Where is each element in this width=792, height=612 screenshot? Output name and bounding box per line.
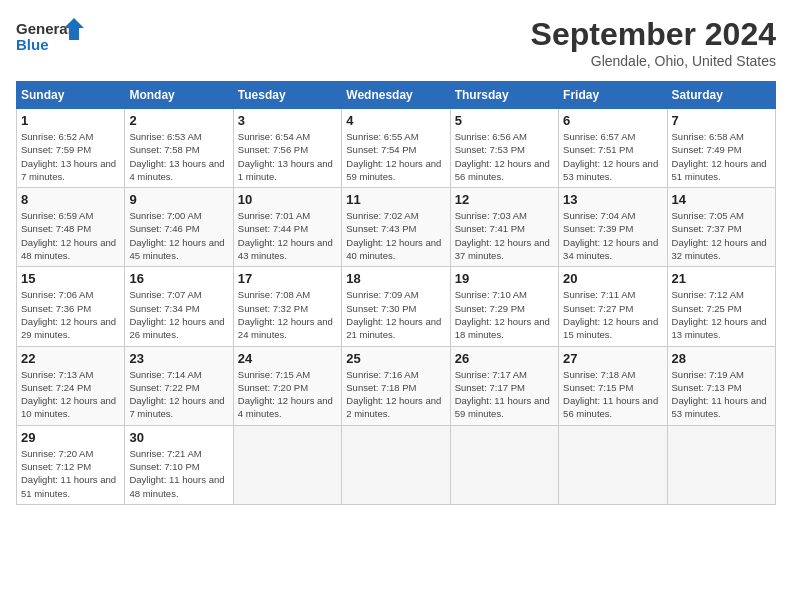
- day-content: Sunrise: 6:53 AM Sunset: 7:58 PM Dayligh…: [129, 130, 228, 183]
- week-row-2: 8Sunrise: 6:59 AM Sunset: 7:48 PM Daylig…: [17, 188, 776, 267]
- col-wednesday: Wednesday: [342, 82, 450, 109]
- col-monday: Monday: [125, 82, 233, 109]
- day-content: Sunrise: 7:19 AM Sunset: 7:13 PM Dayligh…: [672, 368, 771, 421]
- day-content: Sunrise: 7:17 AM Sunset: 7:17 PM Dayligh…: [455, 368, 554, 421]
- day-content: Sunrise: 7:18 AM Sunset: 7:15 PM Dayligh…: [563, 368, 662, 421]
- col-saturday: Saturday: [667, 82, 775, 109]
- day-content: Sunrise: 7:15 AM Sunset: 7:20 PM Dayligh…: [238, 368, 337, 421]
- table-cell: 24Sunrise: 7:15 AM Sunset: 7:20 PM Dayli…: [233, 346, 341, 425]
- table-cell: [667, 425, 775, 504]
- table-cell: 7Sunrise: 6:58 AM Sunset: 7:49 PM Daylig…: [667, 109, 775, 188]
- day-number: 14: [672, 192, 771, 207]
- table-cell: [233, 425, 341, 504]
- table-cell: 15Sunrise: 7:06 AM Sunset: 7:36 PM Dayli…: [17, 267, 125, 346]
- day-content: Sunrise: 7:14 AM Sunset: 7:22 PM Dayligh…: [129, 368, 228, 421]
- table-cell: 26Sunrise: 7:17 AM Sunset: 7:17 PM Dayli…: [450, 346, 558, 425]
- day-number: 1: [21, 113, 120, 128]
- svg-text:General: General: [16, 20, 72, 37]
- table-cell: 25Sunrise: 7:16 AM Sunset: 7:18 PM Dayli…: [342, 346, 450, 425]
- day-content: Sunrise: 7:16 AM Sunset: 7:18 PM Dayligh…: [346, 368, 445, 421]
- day-number: 28: [672, 351, 771, 366]
- table-cell: 16Sunrise: 7:07 AM Sunset: 7:34 PM Dayli…: [125, 267, 233, 346]
- table-cell: 6Sunrise: 6:57 AM Sunset: 7:51 PM Daylig…: [559, 109, 667, 188]
- day-number: 30: [129, 430, 228, 445]
- day-content: Sunrise: 7:01 AM Sunset: 7:44 PM Dayligh…: [238, 209, 337, 262]
- table-cell: 2Sunrise: 6:53 AM Sunset: 7:58 PM Daylig…: [125, 109, 233, 188]
- table-cell: 1Sunrise: 6:52 AM Sunset: 7:59 PM Daylig…: [17, 109, 125, 188]
- week-row-1: 1Sunrise: 6:52 AM Sunset: 7:59 PM Daylig…: [17, 109, 776, 188]
- table-cell: 20Sunrise: 7:11 AM Sunset: 7:27 PM Dayli…: [559, 267, 667, 346]
- day-content: Sunrise: 7:03 AM Sunset: 7:41 PM Dayligh…: [455, 209, 554, 262]
- table-cell: 18Sunrise: 7:09 AM Sunset: 7:30 PM Dayli…: [342, 267, 450, 346]
- table-cell: 19Sunrise: 7:10 AM Sunset: 7:29 PM Dayli…: [450, 267, 558, 346]
- table-cell: 3Sunrise: 6:54 AM Sunset: 7:56 PM Daylig…: [233, 109, 341, 188]
- svg-text:Blue: Blue: [16, 36, 49, 53]
- table-cell: 28Sunrise: 7:19 AM Sunset: 7:13 PM Dayli…: [667, 346, 775, 425]
- day-number: 23: [129, 351, 228, 366]
- table-cell: 11Sunrise: 7:02 AM Sunset: 7:43 PM Dayli…: [342, 188, 450, 267]
- day-number: 27: [563, 351, 662, 366]
- day-content: Sunrise: 6:55 AM Sunset: 7:54 PM Dayligh…: [346, 130, 445, 183]
- day-content: Sunrise: 7:10 AM Sunset: 7:29 PM Dayligh…: [455, 288, 554, 341]
- day-content: Sunrise: 7:08 AM Sunset: 7:32 PM Dayligh…: [238, 288, 337, 341]
- day-content: Sunrise: 7:02 AM Sunset: 7:43 PM Dayligh…: [346, 209, 445, 262]
- day-content: Sunrise: 7:11 AM Sunset: 7:27 PM Dayligh…: [563, 288, 662, 341]
- week-row-3: 15Sunrise: 7:06 AM Sunset: 7:36 PM Dayli…: [17, 267, 776, 346]
- table-cell: 5Sunrise: 6:56 AM Sunset: 7:53 PM Daylig…: [450, 109, 558, 188]
- day-content: Sunrise: 7:12 AM Sunset: 7:25 PM Dayligh…: [672, 288, 771, 341]
- day-content: Sunrise: 6:56 AM Sunset: 7:53 PM Dayligh…: [455, 130, 554, 183]
- day-content: Sunrise: 6:57 AM Sunset: 7:51 PM Dayligh…: [563, 130, 662, 183]
- table-cell: 14Sunrise: 7:05 AM Sunset: 7:37 PM Dayli…: [667, 188, 775, 267]
- day-number: 11: [346, 192, 445, 207]
- table-cell: [559, 425, 667, 504]
- day-number: 5: [455, 113, 554, 128]
- day-number: 4: [346, 113, 445, 128]
- table-cell: [342, 425, 450, 504]
- day-number: 16: [129, 271, 228, 286]
- day-number: 7: [672, 113, 771, 128]
- day-number: 6: [563, 113, 662, 128]
- day-content: Sunrise: 6:52 AM Sunset: 7:59 PM Dayligh…: [21, 130, 120, 183]
- day-content: Sunrise: 7:04 AM Sunset: 7:39 PM Dayligh…: [563, 209, 662, 262]
- day-number: 20: [563, 271, 662, 286]
- logo-svg: General Blue: [16, 16, 86, 61]
- table-cell: 8Sunrise: 6:59 AM Sunset: 7:48 PM Daylig…: [17, 188, 125, 267]
- day-content: Sunrise: 7:05 AM Sunset: 7:37 PM Dayligh…: [672, 209, 771, 262]
- day-number: 2: [129, 113, 228, 128]
- day-number: 24: [238, 351, 337, 366]
- day-number: 15: [21, 271, 120, 286]
- day-content: Sunrise: 6:54 AM Sunset: 7:56 PM Dayligh…: [238, 130, 337, 183]
- col-sunday: Sunday: [17, 82, 125, 109]
- table-cell: 10Sunrise: 7:01 AM Sunset: 7:44 PM Dayli…: [233, 188, 341, 267]
- day-content: Sunrise: 6:59 AM Sunset: 7:48 PM Dayligh…: [21, 209, 120, 262]
- day-content: Sunrise: 7:06 AM Sunset: 7:36 PM Dayligh…: [21, 288, 120, 341]
- day-content: Sunrise: 7:00 AM Sunset: 7:46 PM Dayligh…: [129, 209, 228, 262]
- day-content: Sunrise: 7:09 AM Sunset: 7:30 PM Dayligh…: [346, 288, 445, 341]
- table-cell: [450, 425, 558, 504]
- day-number: 12: [455, 192, 554, 207]
- day-number: 8: [21, 192, 120, 207]
- table-cell: 21Sunrise: 7:12 AM Sunset: 7:25 PM Dayli…: [667, 267, 775, 346]
- calendar-table: Sunday Monday Tuesday Wednesday Thursday…: [16, 81, 776, 505]
- title-area: September 2024 Glendale, Ohio, United St…: [531, 16, 776, 69]
- day-content: Sunrise: 7:20 AM Sunset: 7:12 PM Dayligh…: [21, 447, 120, 500]
- col-thursday: Thursday: [450, 82, 558, 109]
- table-cell: 27Sunrise: 7:18 AM Sunset: 7:15 PM Dayli…: [559, 346, 667, 425]
- week-row-4: 22Sunrise: 7:13 AM Sunset: 7:24 PM Dayli…: [17, 346, 776, 425]
- table-cell: 23Sunrise: 7:14 AM Sunset: 7:22 PM Dayli…: [125, 346, 233, 425]
- logo: General Blue: [16, 16, 86, 61]
- table-cell: 4Sunrise: 6:55 AM Sunset: 7:54 PM Daylig…: [342, 109, 450, 188]
- table-cell: 30Sunrise: 7:21 AM Sunset: 7:10 PM Dayli…: [125, 425, 233, 504]
- day-number: 17: [238, 271, 337, 286]
- col-tuesday: Tuesday: [233, 82, 341, 109]
- day-number: 21: [672, 271, 771, 286]
- day-number: 9: [129, 192, 228, 207]
- day-content: Sunrise: 7:07 AM Sunset: 7:34 PM Dayligh…: [129, 288, 228, 341]
- table-cell: 29Sunrise: 7:20 AM Sunset: 7:12 PM Dayli…: [17, 425, 125, 504]
- day-number: 13: [563, 192, 662, 207]
- calendar-title: September 2024: [531, 16, 776, 53]
- calendar-subtitle: Glendale, Ohio, United States: [531, 53, 776, 69]
- day-number: 25: [346, 351, 445, 366]
- col-friday: Friday: [559, 82, 667, 109]
- day-number: 18: [346, 271, 445, 286]
